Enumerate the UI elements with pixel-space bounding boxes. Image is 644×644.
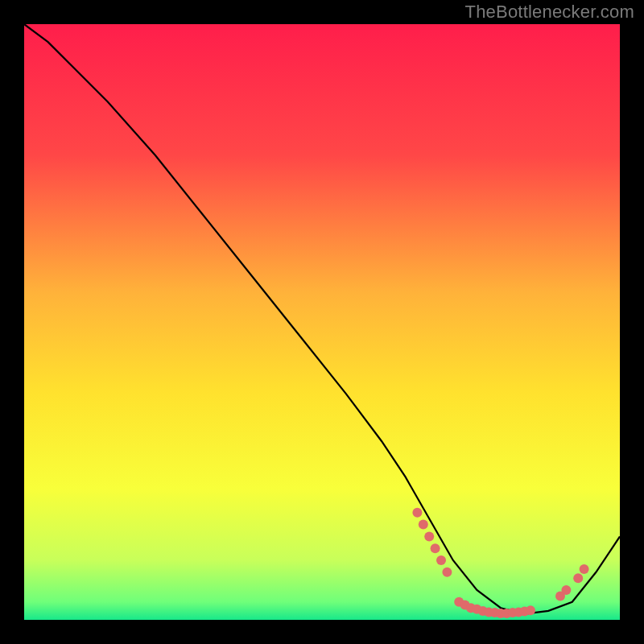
marker-point [442, 568, 452, 577]
chart-svg [24, 24, 620, 620]
marker-point [561, 585, 571, 595]
watermark-text: TheBottlenecker.com [465, 2, 634, 23]
chart-frame: TheBottlenecker.com [0, 0, 644, 644]
gradient-fill [24, 24, 620, 620]
marker-point [412, 508, 422, 518]
marker-point [436, 555, 446, 565]
marker-point [424, 531, 434, 541]
marker-point [526, 605, 535, 615]
marker-point [419, 520, 428, 530]
marker-point [580, 564, 589, 574]
marker-point [573, 573, 583, 583]
marker-point [431, 543, 440, 553]
plot-area [24, 24, 620, 620]
